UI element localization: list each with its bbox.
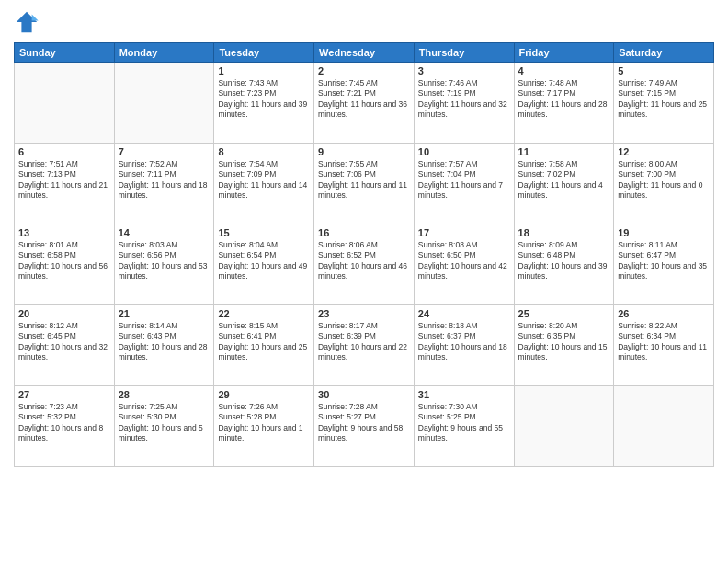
calendar-cell: 24Sunrise: 8:18 AM Sunset: 6:37 PM Dayli… — [414, 305, 514, 386]
day-number: 16 — [318, 227, 410, 238]
calendar-day-header: Monday — [114, 43, 214, 63]
calendar-cell: 17Sunrise: 8:08 AM Sunset: 6:50 PM Dayli… — [414, 224, 514, 305]
day-info: Sunrise: 7:48 AM Sunset: 7:17 PM Dayligh… — [518, 78, 610, 121]
calendar-cell: 25Sunrise: 8:20 AM Sunset: 6:35 PM Dayli… — [514, 305, 614, 386]
calendar-cell — [514, 386, 614, 467]
day-number: 28 — [119, 389, 210, 400]
day-info: Sunrise: 8:00 AM Sunset: 7:00 PM Dayligh… — [618, 159, 710, 201]
calendar-cell: 6Sunrise: 7:51 AM Sunset: 7:13 PM Daylig… — [15, 144, 115, 224]
day-number: 15 — [218, 227, 310, 238]
day-number: 17 — [418, 227, 510, 238]
logo — [14, 9, 43, 35]
day-number: 4 — [518, 65, 610, 76]
calendar-cell: 2Sunrise: 7:45 AM Sunset: 7:21 PM Daylig… — [314, 63, 415, 144]
calendar-week-row: 1Sunrise: 7:43 AM Sunset: 7:23 PM Daylig… — [15, 63, 714, 144]
day-info: Sunrise: 7:30 AM Sunset: 5:25 PM Dayligh… — [418, 402, 510, 444]
day-number: 22 — [218, 308, 310, 319]
day-number: 30 — [318, 389, 410, 400]
day-info: Sunrise: 8:09 AM Sunset: 6:48 PM Dayligh… — [518, 240, 610, 282]
day-info: Sunrise: 8:22 AM Sunset: 6:34 PM Dayligh… — [618, 321, 710, 363]
day-info: Sunrise: 8:11 AM Sunset: 6:47 PM Dayligh… — [618, 240, 710, 282]
day-info: Sunrise: 8:18 AM Sunset: 6:37 PM Dayligh… — [418, 321, 510, 363]
day-number: 20 — [18, 308, 110, 319]
day-info: Sunrise: 8:17 AM Sunset: 6:39 PM Dayligh… — [318, 321, 410, 363]
calendar-cell: 30Sunrise: 7:28 AM Sunset: 5:27 PM Dayli… — [314, 386, 415, 467]
day-number: 18 — [518, 227, 610, 238]
day-info: Sunrise: 8:12 AM Sunset: 6:45 PM Dayligh… — [18, 321, 110, 363]
day-number: 12 — [618, 146, 710, 157]
calendar-day-header: Wednesday — [314, 43, 415, 63]
page: SundayMondayTuesdayWednesdayThursdayFrid… — [0, 0, 728, 563]
calendar-cell: 18Sunrise: 8:09 AM Sunset: 6:48 PM Dayli… — [514, 224, 614, 305]
day-info: Sunrise: 7:28 AM Sunset: 5:27 PM Dayligh… — [318, 402, 410, 444]
day-info: Sunrise: 8:03 AM Sunset: 6:56 PM Dayligh… — [119, 240, 210, 282]
calendar-cell: 29Sunrise: 7:26 AM Sunset: 5:28 PM Dayli… — [214, 386, 314, 467]
day-number: 11 — [518, 146, 610, 157]
calendar-day-header: Tuesday — [214, 43, 314, 63]
calendar-cell: 23Sunrise: 8:17 AM Sunset: 6:39 PM Dayli… — [314, 305, 415, 386]
day-info: Sunrise: 7:54 AM Sunset: 7:09 PM Dayligh… — [218, 159, 310, 201]
calendar-week-row: 20Sunrise: 8:12 AM Sunset: 6:45 PM Dayli… — [15, 305, 714, 386]
day-number: 14 — [119, 227, 210, 238]
day-info: Sunrise: 7:57 AM Sunset: 7:04 PM Dayligh… — [418, 159, 510, 201]
day-info: Sunrise: 7:58 AM Sunset: 7:02 PM Dayligh… — [518, 159, 610, 201]
calendar-cell: 5Sunrise: 7:49 AM Sunset: 7:15 PM Daylig… — [614, 63, 714, 144]
day-number: 25 — [518, 308, 610, 319]
calendar-cell: 1Sunrise: 7:43 AM Sunset: 7:23 PM Daylig… — [214, 63, 314, 144]
calendar-cell: 4Sunrise: 7:48 AM Sunset: 7:17 PM Daylig… — [514, 63, 614, 144]
logo-icon — [14, 9, 40, 35]
day-number: 24 — [418, 308, 510, 319]
day-info: Sunrise: 7:55 AM Sunset: 7:06 PM Dayligh… — [318, 159, 410, 201]
day-number: 2 — [318, 65, 410, 76]
calendar-cell — [614, 386, 714, 467]
day-number: 23 — [318, 308, 410, 319]
day-number: 27 — [18, 389, 110, 400]
day-info: Sunrise: 7:52 AM Sunset: 7:11 PM Dayligh… — [119, 159, 210, 201]
calendar-cell: 11Sunrise: 7:58 AM Sunset: 7:02 PM Dayli… — [514, 144, 614, 224]
day-info: Sunrise: 7:43 AM Sunset: 7:23 PM Dayligh… — [218, 78, 310, 121]
svg-marker-1 — [32, 15, 39, 21]
calendar-cell: 9Sunrise: 7:55 AM Sunset: 7:06 PM Daylig… — [314, 144, 415, 224]
calendar-cell — [114, 63, 214, 144]
calendar-cell: 15Sunrise: 8:04 AM Sunset: 6:54 PM Dayli… — [214, 224, 314, 305]
day-number: 3 — [418, 65, 510, 76]
calendar-cell: 19Sunrise: 8:11 AM Sunset: 6:47 PM Dayli… — [614, 224, 714, 305]
calendar-cell — [15, 63, 115, 144]
day-number: 26 — [618, 308, 710, 319]
day-number: 31 — [418, 389, 510, 400]
day-number: 21 — [119, 308, 210, 319]
calendar-cell: 21Sunrise: 8:14 AM Sunset: 6:43 PM Dayli… — [114, 305, 214, 386]
day-number: 5 — [618, 65, 710, 76]
calendar-cell: 8Sunrise: 7:54 AM Sunset: 7:09 PM Daylig… — [214, 144, 314, 224]
calendar-cell: 10Sunrise: 7:57 AM Sunset: 7:04 PM Dayli… — [414, 144, 514, 224]
day-number: 8 — [218, 146, 310, 157]
day-info: Sunrise: 7:23 AM Sunset: 5:32 PM Dayligh… — [18, 402, 110, 444]
calendar-cell: 31Sunrise: 7:30 AM Sunset: 5:25 PM Dayli… — [414, 386, 514, 467]
day-number: 19 — [618, 227, 710, 238]
day-info: Sunrise: 7:46 AM Sunset: 7:19 PM Dayligh… — [418, 78, 510, 121]
day-info: Sunrise: 8:15 AM Sunset: 6:41 PM Dayligh… — [218, 321, 310, 363]
calendar-table: SundayMondayTuesdayWednesdayThursdayFrid… — [14, 42, 714, 467]
day-info: Sunrise: 8:20 AM Sunset: 6:35 PM Dayligh… — [518, 321, 610, 363]
calendar-day-header: Sunday — [15, 43, 115, 63]
calendar-cell: 27Sunrise: 7:23 AM Sunset: 5:32 PM Dayli… — [15, 386, 115, 467]
calendar-header-row: SundayMondayTuesdayWednesdayThursdayFrid… — [15, 43, 714, 63]
calendar-cell: 28Sunrise: 7:25 AM Sunset: 5:30 PM Dayli… — [114, 386, 214, 467]
day-number: 13 — [18, 227, 110, 238]
day-info: Sunrise: 8:01 AM Sunset: 6:58 PM Dayligh… — [18, 240, 110, 282]
calendar-day-header: Thursday — [414, 43, 514, 63]
svg-marker-0 — [17, 12, 37, 32]
calendar-cell: 3Sunrise: 7:46 AM Sunset: 7:19 PM Daylig… — [414, 63, 514, 144]
day-info: Sunrise: 8:04 AM Sunset: 6:54 PM Dayligh… — [218, 240, 310, 282]
calendar-week-row: 6Sunrise: 7:51 AM Sunset: 7:13 PM Daylig… — [15, 144, 714, 224]
day-number: 1 — [218, 65, 310, 76]
day-number: 7 — [119, 146, 210, 157]
day-info: Sunrise: 7:26 AM Sunset: 5:28 PM Dayligh… — [218, 402, 310, 444]
day-info: Sunrise: 7:51 AM Sunset: 7:13 PM Dayligh… — [18, 159, 110, 201]
day-info: Sunrise: 8:14 AM Sunset: 6:43 PM Dayligh… — [119, 321, 210, 363]
day-info: Sunrise: 8:06 AM Sunset: 6:52 PM Dayligh… — [318, 240, 410, 282]
day-number: 10 — [418, 146, 510, 157]
calendar-cell: 16Sunrise: 8:06 AM Sunset: 6:52 PM Dayli… — [314, 224, 415, 305]
calendar-cell: 13Sunrise: 8:01 AM Sunset: 6:58 PM Dayli… — [15, 224, 115, 305]
calendar-day-header: Friday — [514, 43, 614, 63]
